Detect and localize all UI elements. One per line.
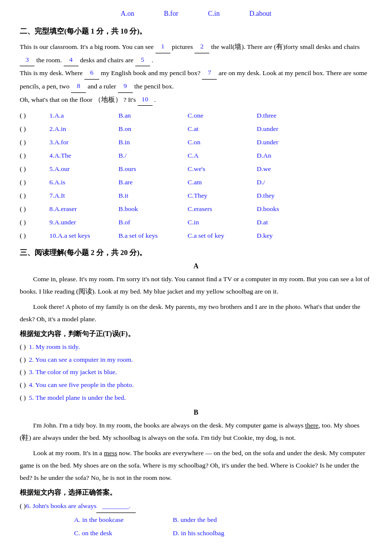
mc-opt-6d: D. in his schoolbag xyxy=(173,526,272,540)
opt-5c: C.we's xyxy=(188,162,257,175)
option-a-on: A.on xyxy=(120,10,134,18)
judge-title: 根据短文内容，判断句子正(T)误(F)。 xyxy=(20,330,372,339)
option-c-in: C.in xyxy=(208,10,220,18)
opt-4c: C.A xyxy=(188,149,257,162)
cloze-word1: pictures xyxy=(172,43,193,50)
opt-8b: B.book xyxy=(118,202,188,215)
option-b-for: B.for xyxy=(164,10,178,18)
opt-6b: B.are xyxy=(118,175,188,189)
opt-7a: 7.A.It xyxy=(49,189,118,202)
opt-4d: D.An xyxy=(257,149,316,162)
option-d-about: D.about xyxy=(249,10,272,18)
mc-title: 根据短文内容，选择正确答案。 xyxy=(20,488,372,497)
cloze-item-2: ( ) 2.A.in B.on C.at D.under xyxy=(20,122,372,135)
cloze-item-3: ( ) 3.A.for B.in C.on D.under xyxy=(20,135,372,149)
opt-10b: B.a set of keys xyxy=(118,229,188,242)
opt-6c: C.am xyxy=(188,175,257,189)
paren-9: ( ) xyxy=(20,215,49,229)
judge-text-1: 1. My room is tidy. xyxy=(29,341,79,353)
paren-3: ( ) xyxy=(20,135,49,149)
top-answer-options: A.on B.for C.in D.about xyxy=(20,10,372,18)
opt-1a: 1.A.a xyxy=(49,109,118,122)
section2-title: 二、完型填空(每小题 1 分，共 10 分)。 xyxy=(20,27,372,36)
opt-8c: C.erasers xyxy=(188,202,257,215)
opt-4a: 4.A.The xyxy=(49,149,118,162)
cloze-options-list: ( ) 1.A.a B.an C.one D.three ( ) 2.A.in … xyxy=(20,109,372,242)
mc-opt-6c: C. on the desk xyxy=(74,526,173,540)
blank-6: 6 xyxy=(84,66,99,80)
mc-item-6: ( ) 6. John's books are always ________.… xyxy=(20,499,372,540)
paren-7: ( ) xyxy=(20,189,49,202)
cloze-word2: the wall(墙). xyxy=(211,43,245,50)
cloze-sent4b: ? It's xyxy=(123,96,136,103)
opt-7b: B.it xyxy=(118,189,188,202)
blank-4: 4 xyxy=(64,53,78,67)
paren-5: ( ) xyxy=(20,162,49,175)
opt-9c: C.in xyxy=(188,215,257,229)
judge-item-2: ( ) 2. You can see a computer in my room… xyxy=(20,353,372,366)
cloze-item-6: ( ) 6.A.is B.are C.am D./ xyxy=(20,175,372,189)
cloze-word4: desks and chairs are xyxy=(80,56,133,64)
opt-4b: B./ xyxy=(118,149,188,162)
opt-1b: B.an xyxy=(118,109,188,122)
opt-6d: D./ xyxy=(257,175,316,189)
blank-7: 7 xyxy=(202,66,217,80)
paren-10: ( ) xyxy=(20,229,49,242)
opt-2c: C.at xyxy=(188,122,257,135)
opt-2b: B.on xyxy=(118,122,188,135)
section3-title: 三、阅读理解(每小题 2 分，共 20 分)。 xyxy=(20,248,372,257)
opt-2a: 2.A.in xyxy=(49,122,118,135)
cloze-word8: and a ruler xyxy=(88,83,117,90)
judge-items-list: ( ) 1. My room is tidy. ( ) 2. You can s… xyxy=(20,341,372,404)
cloze-period: . xyxy=(154,96,156,103)
paren-6: ( ) xyxy=(20,175,49,189)
judge-paren-3: ( ) xyxy=(20,366,26,379)
passage-a-para2: Look there! A photo of my family is on t… xyxy=(20,301,372,326)
paren-8: ( ) xyxy=(20,202,49,215)
period-5: . xyxy=(152,56,153,64)
blank-9: 9 xyxy=(118,80,133,93)
blank-5: 5 xyxy=(135,53,150,67)
passage-a-label: A xyxy=(20,262,372,270)
mc-opt-6b: B. under the bed xyxy=(173,513,272,526)
opt-10d: D.key xyxy=(257,229,316,242)
cloze-word-cn: （地板） xyxy=(94,96,122,103)
cloze-item-10: ( ) 10.A.a set keys B.a set of keys C.a … xyxy=(20,229,372,242)
judge-paren-4: ( ) xyxy=(20,379,26,391)
opt-7d: D.they xyxy=(257,189,316,202)
cloze-sent4: Oh, what's that on the floor xyxy=(20,96,92,103)
opt-5b: B.ours xyxy=(118,162,188,175)
opt-8a: 8.A.eraser xyxy=(49,202,118,215)
opt-3d: D.under xyxy=(257,135,316,149)
mc-opt-6a: A. in the bookcase xyxy=(74,513,173,526)
judge-item-1: ( ) 1. My room is tidy. xyxy=(20,341,372,353)
opt-5d: D.we xyxy=(257,162,316,175)
opt-2d: D.under xyxy=(257,122,316,135)
opt-3b: B.in xyxy=(118,135,188,149)
mc-paren-6: ( ) xyxy=(20,499,26,512)
cloze-sent1: This is our classroom. It's a big room. … xyxy=(20,43,154,50)
mc-text-6: 6. John's books are always xyxy=(26,499,96,512)
cloze-item-9: ( ) 9.A.under B.of C.in D.at xyxy=(20,215,372,229)
opt-8d: D.books xyxy=(257,202,316,215)
cloze-item-8: ( ) 8.A.eraser B.book C.erasers D.books xyxy=(20,202,372,215)
judge-paren-5: ( ) xyxy=(20,391,26,404)
judge-item-3: ( ) 3. The color of my jacket is blue. xyxy=(20,366,372,379)
blank-1: 1 xyxy=(156,40,170,53)
cloze-item-1: ( ) 1.A.a B.an C.one D.three xyxy=(20,109,372,122)
blank-10: 10 xyxy=(138,93,153,106)
passage-b-para1: I'm John. I'm a tidy boy. In my room, th… xyxy=(20,420,372,444)
opt-3c: C.on xyxy=(188,135,257,149)
judge-item-4: ( ) 4. You can see five people in the ph… xyxy=(20,379,372,391)
opt-5a: 5.A.our xyxy=(49,162,118,175)
blank-2: 2 xyxy=(195,40,209,53)
cloze-word3: the room. xyxy=(36,56,62,64)
judge-text-2: 2. You can see a computer in my room. xyxy=(29,353,133,366)
blank-8: 8 xyxy=(71,80,86,93)
paren-1: ( ) xyxy=(20,109,49,122)
opt-7c: C.They xyxy=(188,189,257,202)
opt-9a: 9.A.under xyxy=(49,215,118,229)
underline-mess: mess xyxy=(104,449,117,457)
opt-1c: C.one xyxy=(188,109,257,122)
cloze-sent3-mid: my English book and my pencil box? xyxy=(101,69,200,77)
